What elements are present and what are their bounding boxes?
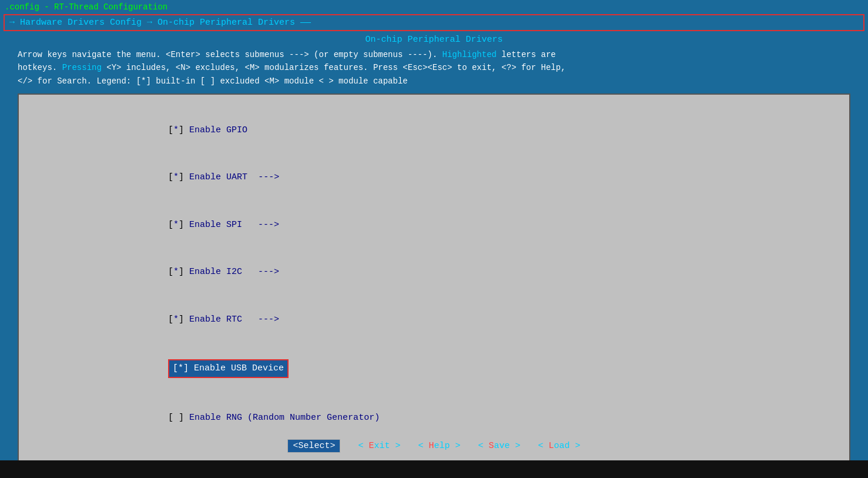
- pressing-word: Pressing: [62, 63, 102, 72]
- list-item[interactable]: [*] Enable RTC --->: [19, 296, 849, 343]
- list-item[interactable]: [*] Enable GPIO: [19, 106, 849, 154]
- load-key: L: [549, 441, 554, 451]
- help-button[interactable]: < Help >: [418, 441, 460, 451]
- load-button[interactable]: < Load >: [538, 441, 581, 451]
- list-item[interactable]: [*] Enable I2C --->: [19, 249, 849, 296]
- list-item-selected[interactable]: [*] Enable USB Device: [19, 343, 849, 395]
- help-key: H: [428, 441, 434, 451]
- highlighted-word: Highlighted: [443, 50, 497, 59]
- breadcrumb-bar: → Hardware Drivers Config → On-chip Peri…: [4, 14, 864, 31]
- help-line2: hotkeys. Pressing <Y> includes, <N> excl…: [18, 61, 850, 74]
- select-label: <Select>: [293, 441, 335, 451]
- list-item[interactable]: [*] Enable SPI --->: [19, 201, 849, 249]
- help-line1: Arrow keys navigate the menu. <Enter> se…: [18, 48, 850, 61]
- center-title: On-chip Peripheral Drivers: [6, 31, 862, 46]
- title-text: .config - RT-Thread Configuration: [5, 2, 167, 12]
- main-area: On-chip Peripheral Drivers Arrow keys na…: [0, 31, 868, 478]
- save-key: S: [489, 441, 494, 451]
- bottom-strip: [0, 460, 868, 478]
- selected-item-inner: [*] Enable USB Device: [168, 359, 289, 378]
- title-bar: .config - RT-Thread Configuration: [0, 0, 868, 14]
- menu-box: [*] Enable GPIO [*] Enable UART ---> [*]…: [18, 93, 850, 478]
- help-text: Arrow keys navigate the menu. <Enter> se…: [6, 46, 862, 93]
- exit-key: E: [368, 441, 374, 451]
- help-line3: </> for Search. Legend: [*] built-in [ ]…: [18, 75, 850, 88]
- bottom-toolbar: <Select> < Exit > < Help > < Save > < Lo…: [0, 434, 868, 457]
- breadcrumb-text: → Hardware Drivers Config → On-chip Peri…: [9, 18, 311, 28]
- list-item[interactable]: [*] Enable UART --->: [19, 154, 849, 202]
- select-button[interactable]: <Select>: [287, 439, 340, 453]
- save-button[interactable]: < Save >: [478, 441, 521, 451]
- exit-button[interactable]: < Exit >: [358, 441, 400, 451]
- center-title-text: On-chip Peripheral Drivers: [365, 35, 502, 45]
